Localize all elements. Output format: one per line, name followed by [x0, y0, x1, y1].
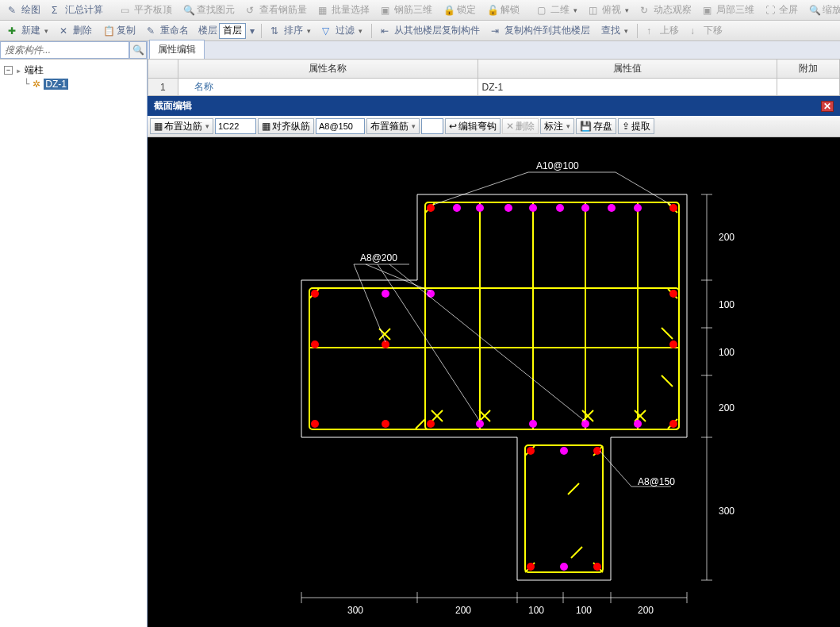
find-icon: 🔍: [183, 5, 194, 16]
svg-point-44: [593, 447, 601, 455]
dim-300h: 300: [347, 605, 363, 616]
dim-100b: 100: [719, 347, 735, 358]
search-icon: 🔍: [132, 44, 144, 56]
rename-button[interactable]: ✎重命名: [142, 21, 194, 40]
align-rebar-button[interactable]: ▦对齐纵筋: [258, 118, 314, 134]
svg-point-32: [427, 204, 435, 212]
find-elem-button[interactable]: 🔍查找图元: [178, 1, 240, 19]
filter-icon: ▽: [322, 25, 333, 37]
view-rebar-button[interactable]: ↺查看钢筋量: [241, 1, 312, 19]
cell-extra: [777, 79, 840, 96]
box-icon: ▢: [537, 5, 548, 16]
main-toolbar-1: ✎绘图 Σ汇总计算 ▭平齐板顶 🔍查找图元 ↺查看钢筋量 ▦批量选择 ▣钢筋三维…: [0, 0, 840, 21]
cell-name: 名称: [178, 79, 478, 96]
svg-point-43: [527, 447, 535, 455]
svg-point-61: [560, 447, 568, 455]
floor-label: 楼层: [198, 24, 217, 37]
edge-rebar-button[interactable]: ▦布置边筋: [150, 118, 213, 134]
search-button[interactable]: 🔍: [129, 41, 147, 59]
tree-item-dz1[interactable]: └ ✲ DZ-1: [3, 78, 144, 90]
svg-point-41: [427, 420, 435, 428]
svg-point-52: [581, 204, 589, 212]
fullscreen-button[interactable]: ⛶全屏: [761, 1, 803, 19]
stirrup-input[interactable]: [421, 118, 443, 134]
save-button[interactable]: 💾存盘: [576, 118, 616, 134]
svg-rect-2: [525, 445, 603, 572]
svg-line-12: [416, 419, 425, 429]
tree-root-row[interactable]: − ▸ 端柱: [3, 63, 144, 78]
unlock-icon: 🔓: [487, 5, 498, 16]
summary-button[interactable]: Σ汇总计算: [47, 1, 108, 19]
svg-line-24: [662, 328, 673, 339]
svg-point-46: [593, 563, 601, 571]
hook-icon: ↩: [449, 121, 457, 132]
rebar-3d-button[interactable]: ▣钢筋三维: [376, 1, 437, 19]
svg-point-40: [382, 420, 389, 428]
gear-icon: ✲: [33, 79, 40, 90]
section-editor-header: 截面编辑 ✕: [148, 96, 840, 116]
tree-branch-icon: ▸: [16, 65, 21, 76]
edge-rebar-input[interactable]: [215, 118, 256, 134]
local-3d-button[interactable]: ▣局部三维: [698, 1, 759, 19]
delete-button[interactable]: ✕删除: [55, 21, 97, 40]
move-up-button[interactable]: ↑上移: [642, 21, 684, 40]
svg-point-59: [581, 420, 589, 428]
svg-rect-1: [309, 288, 679, 429]
filter-button[interactable]: ▽过滤: [317, 21, 367, 40]
collapse-icon[interactable]: −: [4, 66, 13, 75]
draw-button[interactable]: ✎绘图: [3, 1, 45, 19]
annotate-button[interactable]: 标注: [540, 118, 574, 134]
orbit-icon: ↻: [640, 5, 651, 16]
move-down-button[interactable]: ↓下移: [685, 21, 727, 40]
svg-point-58: [529, 420, 537, 428]
copy-to-floor-button[interactable]: ⇥复制构件到其他楼层: [486, 21, 595, 40]
zoom-dropdown[interactable]: 🔍缩放: [804, 1, 840, 19]
edit-hook-button[interactable]: ↩编辑弯钩: [445, 118, 501, 134]
sort-button[interactable]: ⇅排序: [266, 21, 316, 40]
stirrup-button[interactable]: 布置箍筋: [366, 118, 420, 134]
batch-select-button[interactable]: ▦批量选择: [313, 1, 374, 19]
svg-point-37: [669, 340, 677, 348]
svg-line-68: [366, 264, 431, 291]
floor-dropdown[interactable]: ▾: [247, 23, 257, 39]
dynamic-observe-button[interactable]: ↻动态观察: [635, 1, 696, 19]
align-icon: ▦: [262, 121, 270, 132]
svg-point-62: [560, 563, 568, 571]
tab-property-edit[interactable]: 属性编辑: [149, 40, 205, 59]
new-button[interactable]: ✚新建: [3, 21, 53, 40]
pencil-icon: ✎: [8, 5, 19, 16]
search-input[interactable]: [0, 41, 129, 59]
lock-icon: 🔒: [443, 5, 455, 16]
dim-200a: 200: [719, 232, 735, 243]
label-a8-150: A8@150: [638, 476, 675, 487]
cube-icon: ▣: [381, 5, 392, 16]
header-rownum: [148, 60, 178, 79]
section-title: 截面编辑: [154, 99, 192, 113]
svg-point-36: [311, 340, 319, 348]
cell-value[interactable]: DZ-1: [478, 79, 777, 96]
slab-button[interactable]: ▭平齐板顶: [116, 1, 177, 19]
floor-select[interactable]: 首层: [219, 23, 246, 39]
close-button[interactable]: ✕: [821, 101, 834, 112]
tree-item-label: DZ-1: [44, 79, 68, 90]
svg-line-64: [433, 172, 528, 205]
align-rebar-input[interactable]: [316, 118, 365, 134]
batch-icon: ▦: [318, 5, 329, 16]
2d-dropdown[interactable]: ▢二维: [532, 1, 582, 19]
chevron-down-icon: ▾: [250, 25, 255, 37]
perspective-dropdown[interactable]: ◫俯视: [584, 1, 634, 19]
label-a8-200: A8@200: [360, 252, 397, 263]
find-button[interactable]: 查找: [596, 21, 633, 40]
svg-point-42: [669, 420, 677, 428]
persp-icon: ◫: [589, 5, 600, 16]
section-canvas[interactable]: A10@100 A8@200 A8@150 200 100 100 200 30…: [148, 137, 840, 627]
copy-button[interactable]: 📋复制: [98, 21, 140, 40]
extract-button[interactable]: ⇪提取: [618, 118, 654, 134]
copy-from-floor-button[interactable]: ⇤从其他楼层复制构件: [376, 21, 485, 40]
unlock-button[interactable]: 🔓解锁: [482, 1, 524, 19]
table-row[interactable]: 1 名称 DZ-1: [148, 79, 840, 96]
tree-leaf-icon: └: [24, 79, 29, 90]
lock-button[interactable]: 🔒锁定: [439, 1, 481, 19]
svg-line-72: [600, 451, 631, 487]
editor-delete-button[interactable]: ✕删除: [502, 118, 539, 134]
